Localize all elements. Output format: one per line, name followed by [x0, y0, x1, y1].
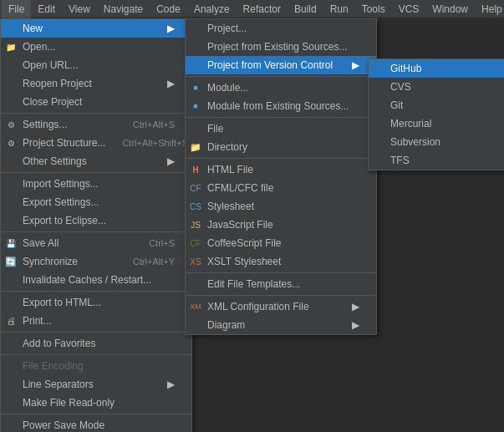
xml-arrow: ▶	[344, 301, 359, 313]
vcs-menu-item-tfs[interactable]: TFS	[369, 151, 504, 170]
module-existing-icon: ■	[189, 99, 202, 113]
new-menu-item-project-existing[interactable]: Project from Existing Sources...	[186, 38, 376, 56]
new-sep-3	[186, 158, 376, 159]
xml-icon: XM	[189, 300, 202, 313]
file-menu-item-synchronize[interactable]: 🔄 Synchronize Ctrl+Alt+Y	[1, 252, 191, 271]
file-menu-item-line-separators[interactable]: Line Separators ▶	[1, 375, 191, 394]
settings-icon: ⚙	[4, 118, 18, 131]
edit-templates-icon	[189, 277, 202, 291]
arrow-icon: ▶	[159, 23, 175, 34]
new-menu-item-module[interactable]: ■ Module...	[186, 79, 376, 97]
file-menu-item-make-readonly[interactable]: Make File Read-only	[1, 394, 191, 412]
file-menu-item-export[interactable]: Export Settings...	[1, 193, 191, 211]
menubar-item-analyze[interactable]: Analyze	[187, 0, 237, 18]
file-menu-item-new[interactable]: New ▶	[1, 19, 191, 38]
export-icon	[4, 196, 18, 209]
git-icon	[372, 99, 385, 112]
file-menu-item-open-url[interactable]: Open URL...	[1, 56, 191, 74]
js-icon: JS	[189, 218, 202, 231]
separator-1	[1, 113, 191, 114]
menubar-item-refactor[interactable]: Refactor	[237, 0, 288, 18]
new-sep-5	[186, 295, 376, 296]
css-icon: CS	[189, 200, 202, 213]
file-menu-item-settings[interactable]: ⚙ Settings... Ctrl+Alt+S	[1, 115, 191, 134]
export-eclipse-icon	[4, 214, 18, 227]
file-icon	[189, 122, 202, 135]
print-icon: 🖨	[4, 314, 18, 328]
file-menu-item-export-eclipse[interactable]: Export to Eclipse...	[1, 211, 191, 230]
separator-4	[1, 291, 191, 292]
menubar-item-tools[interactable]: Tools	[355, 0, 392, 18]
new-menu-item-edit-templates[interactable]: Edit File Templates...	[186, 275, 376, 293]
module-icon: ■	[189, 81, 202, 94]
new-menu-item-module-existing[interactable]: ■ Module from Existing Sources...	[186, 97, 376, 115]
vcs-menu-item-cvs[interactable]: CVS	[369, 78, 504, 96]
menubar-item-code[interactable]: Code	[150, 0, 187, 18]
file-menu-item-power-save[interactable]: Power Save Mode	[1, 416, 191, 432]
vcs-menu-item-subversion[interactable]: Subversion	[369, 133, 504, 151]
new-menu-item-xml-config[interactable]: XM XML Configuration File ▶	[186, 297, 376, 316]
close-icon	[4, 95, 18, 109]
new-menu-item-js[interactable]: JS JavaScript File	[186, 216, 376, 234]
readonly-icon	[4, 396, 18, 409]
vcs-arrow: ▶	[344, 59, 359, 71]
coffee-icon: CF	[189, 236, 202, 250]
menubar: File Edit View Navigate Code Analyze Ref…	[0, 0, 504, 18]
menubar-item-help[interactable]: Help	[475, 0, 504, 18]
file-menu-item-other-settings[interactable]: Other Settings ▶	[1, 152, 191, 170]
new-sep-2	[186, 117, 376, 118]
file-menu-item-export-html[interactable]: Export to HTML...	[1, 293, 191, 312]
new-menu-item-coffee[interactable]: CF CoffeeScript File	[186, 234, 376, 252]
vcs-submenu: GitHub CVS Git Mercurial Subversion TFS	[368, 58, 504, 170]
file-menu-item-invalidate[interactable]: Invalidate Caches / Restart...	[1, 271, 191, 289]
new-menu-item-html[interactable]: H HTML File	[186, 160, 376, 179]
project-icon	[189, 22, 202, 35]
file-menu-item-save-all[interactable]: 💾 Save All Ctrl+S	[1, 234, 191, 252]
diagram-arrow: ▶	[344, 319, 359, 331]
tfs-icon	[372, 154, 385, 167]
menubar-item-window[interactable]: Window	[425, 0, 475, 18]
project-existing-icon	[189, 40, 202, 53]
other-settings-arrow: ▶	[159, 155, 175, 167]
menubar-item-view[interactable]: View	[62, 0, 97, 18]
file-menu: New ▶ 📁 Open... Open URL... Reopen Proje…	[0, 18, 192, 432]
github-icon	[372, 62, 385, 75]
new-sep-4	[186, 272, 376, 273]
vcs-menu-item-mercurial[interactable]: Mercurial	[369, 114, 504, 133]
vcs-menu-item-github[interactable]: GitHub	[369, 59, 504, 78]
new-menu-item-diagram[interactable]: Diagram ▶	[186, 316, 376, 334]
reopen-arrow: ▶	[159, 78, 175, 89]
menubar-item-build[interactable]: Build	[288, 0, 323, 18]
new-menu-item-stylesheet[interactable]: CS Stylesheet	[186, 197, 376, 216]
subversion-icon	[372, 135, 385, 149]
file-menu-item-open[interactable]: 📁 Open...	[1, 38, 191, 56]
sync-icon: 🔄	[4, 255, 18, 268]
vcs-menu-item-git[interactable]: Git	[369, 96, 504, 114]
file-menu-item-print[interactable]: 🖨 Print...	[1, 312, 191, 330]
new-icon	[4, 22, 18, 35]
menubar-item-run[interactable]: Run	[323, 0, 355, 18]
new-menu-item-directory[interactable]: 📁 Directory	[186, 138, 376, 156]
file-menu-item-project-structure[interactable]: ⚙ Project Structure... Ctrl+Alt+Shift+S	[1, 134, 191, 152]
menubar-item-file[interactable]: File	[2, 0, 31, 18]
new-menu-item-project-vcs[interactable]: Project from Version Control ▶	[186, 56, 376, 74]
new-menu-item-file[interactable]: File	[186, 119, 376, 138]
new-submenu: Project... Project from Existing Sources…	[185, 18, 377, 335]
file-menu-item-import[interactable]: Import Settings...	[1, 175, 191, 193]
new-menu-item-cfml[interactable]: CF CFML/CFC file	[186, 179, 376, 197]
file-menu-item-add-favorites[interactable]: Add to Favorites	[1, 334, 191, 353]
menubar-item-navigate[interactable]: Navigate	[97, 0, 150, 18]
line-sep-icon	[4, 378, 18, 391]
file-menu-item-file-encoding: File Encoding	[1, 357, 191, 375]
file-menu-item-close[interactable]: Close Project	[1, 93, 191, 111]
new-menu-item-project[interactable]: Project...	[186, 19, 376, 38]
encoding-icon	[4, 359, 18, 373]
favorites-icon	[4, 337, 18, 350]
menubar-item-edit[interactable]: Edit	[31, 0, 62, 18]
file-menu-item-reopen[interactable]: Reopen Project ▶	[1, 74, 191, 93]
separator-7	[1, 414, 191, 414]
project-structure-icon: ⚙	[4, 136, 18, 150]
new-menu-item-xslt[interactable]: XS XSLT Stylesheet	[186, 252, 376, 271]
export-html-icon	[4, 296, 18, 309]
menubar-item-vcs[interactable]: VCS	[392, 0, 426, 18]
